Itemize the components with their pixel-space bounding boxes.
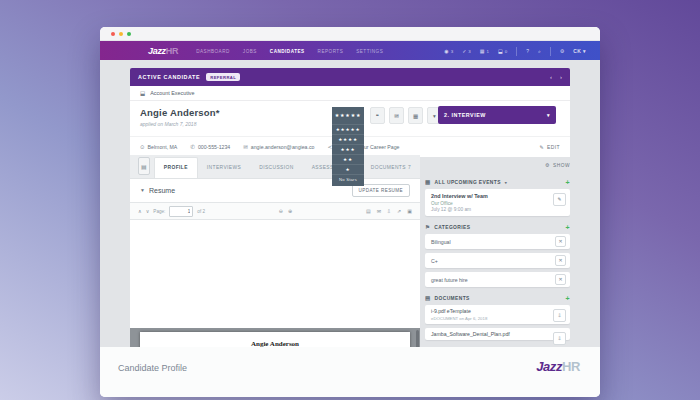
star-option-4[interactable]: ★★★★	[332, 134, 364, 144]
resume-heading[interactable]: ▼Resume	[140, 187, 175, 194]
edit-button[interactable]: ✎EDIT	[539, 144, 560, 150]
external-link-icon[interactable]: ⇗	[397, 208, 401, 214]
referral-badge: REFERRAL	[206, 73, 240, 81]
zoom-controls: ⊖ ⊕	[279, 208, 292, 214]
category-item: great future hire ✕	[425, 272, 570, 287]
nav-item-dashboard[interactable]: DASHBOARD	[196, 49, 230, 54]
nav-item-candidates[interactable]: CANDIDATES	[270, 49, 305, 54]
remove-category-button[interactable]: ✕	[555, 274, 566, 285]
star-option-3[interactable]: ★★★	[332, 144, 364, 154]
jazzhr-footer-logo: JazzHR	[536, 359, 580, 374]
download-icon[interactable]: ⇩	[387, 208, 391, 214]
maximize-window-button[interactable]	[127, 32, 131, 36]
tasks-counter[interactable]: ✓3	[462, 48, 471, 54]
star-option-none[interactable]: No Stars	[332, 174, 364, 184]
pencil-icon: ✎	[539, 144, 544, 150]
calendar-icon: ▦	[425, 179, 431, 185]
print-icon[interactable]: ▣	[407, 208, 412, 214]
zoom-out-icon[interactable]: ⊖	[279, 208, 283, 214]
star-option-1[interactable]: ★	[332, 164, 364, 174]
show-toggle[interactable]: ⚙ SHOW	[425, 155, 570, 175]
profile-summary-icon[interactable]: ▤	[138, 157, 150, 175]
user-menu[interactable]: CK ▾	[573, 48, 586, 54]
calendar-counter[interactable]: ▦1	[480, 48, 489, 54]
close-icon: ✕	[558, 277, 562, 282]
location-pin-icon: ⊙	[140, 144, 145, 150]
add-event-button[interactable]: +	[566, 179, 571, 186]
briefcase-icon: ⬓	[498, 48, 503, 54]
nav-item-jobs[interactable]: JOBS	[243, 49, 257, 54]
job-title[interactable]: Account Executive	[150, 90, 194, 96]
add-category-button[interactable]: +	[566, 224, 571, 231]
star-rating-button[interactable]: ★★★★★	[332, 107, 364, 123]
schedule-button[interactable]: ▦	[408, 107, 423, 124]
page-label: Page:	[153, 209, 165, 214]
events-title[interactable]: ALL UPCOMING EVENTS	[435, 180, 501, 185]
document-item[interactable]: Jamba_Software_Dental_Plan.pdf ⇩	[425, 328, 570, 340]
document-icon: ▤	[425, 295, 431, 301]
page-number-input[interactable]	[169, 206, 193, 217]
help-icon[interactable]: ?	[526, 48, 529, 54]
remove-category-button[interactable]: ✕	[555, 255, 566, 266]
edit-event-button[interactable]: ✎	[553, 193, 566, 206]
tab-interviews[interactable]: INTERVIEWS	[198, 158, 250, 178]
event-time: July 12 @ 9:00 am	[431, 207, 546, 212]
tab-documents[interactable]: DOCUMENTS7	[362, 158, 420, 178]
pdf-actions: ▤ ✉ ⇩ ⇗ ▣	[366, 208, 412, 214]
download-icon: ⇩	[557, 313, 561, 318]
add-document-button[interactable]: +	[566, 295, 571, 302]
categories-header: ⚑ CATEGORIES +	[425, 220, 570, 234]
star-rating-dropdown: ★★★★★ ★★★★ ★★★ ★★ ★ No Stars	[332, 123, 364, 186]
envelope-icon[interactable]: ✉	[377, 208, 381, 214]
page-down-icon[interactable]: ∨	[146, 208, 150, 214]
logo-jazz: Jazz	[148, 46, 166, 56]
download-document-button[interactable]: ⇩	[553, 332, 566, 345]
star-option-5[interactable]: ★★★★★	[332, 124, 364, 134]
minimize-window-button[interactable]	[119, 32, 123, 36]
close-window-button[interactable]	[111, 32, 115, 36]
applied-date: applied on March 7, 2018	[140, 121, 196, 127]
download-document-button[interactable]: ⇩	[553, 309, 566, 322]
email-button[interactable]: ✉	[389, 107, 404, 124]
comment-button[interactable]: ❝	[370, 107, 385, 124]
page-up-icon[interactable]: ∧	[138, 208, 142, 214]
search-icon[interactable]: ⌕	[538, 48, 541, 55]
nav-item-settings[interactable]: SETTINGS	[356, 49, 383, 54]
documents-header: ▤ DOCUMENTS +	[425, 291, 570, 305]
eye-icon: ◉	[444, 48, 448, 54]
event-card[interactable]: 2nd Interview w/ Team Our Office July 12…	[425, 189, 570, 216]
document-item[interactable]: i-9.pdf eTemplate eDOCUMENT on Apr 6, 20…	[425, 305, 570, 324]
zoom-in-icon[interactable]: ⊕	[288, 208, 292, 214]
calendar-icon: ▦	[413, 113, 418, 119]
pdf-scrollbar[interactable]	[416, 330, 419, 347]
pdf-toolbar: ∧ ∨ Page: of 2 ⊖ ⊕ ▤ ✉ ⇩ ⇗ ▣	[130, 202, 420, 220]
divider	[516, 47, 517, 56]
footer-caption: Candidate Profile	[118, 363, 187, 373]
next-candidate-icon[interactable]: ›	[560, 74, 562, 80]
profile-tabbar: ▤ PROFILE INTERVIEWS DISCUSSION ASSESSME…	[130, 155, 420, 179]
tab-profile[interactable]: PROFILE	[154, 157, 198, 178]
prev-candidate-icon[interactable]: ‹	[550, 74, 552, 80]
jobs-counter[interactable]: ⬓0	[498, 48, 507, 54]
gear-icon: ⚙	[545, 163, 550, 168]
category-item: Bilingual ✕	[425, 234, 570, 249]
star-option-2[interactable]: ★★	[332, 154, 364, 164]
remove-category-button[interactable]: ✕	[555, 236, 566, 247]
tab-discussion[interactable]: DISCUSSION	[250, 158, 302, 178]
tag-icon: ⚑	[425, 224, 430, 230]
resume-section-header: ▼Resume UPDATE RESUME	[130, 178, 420, 202]
gear-icon[interactable]: ⚙	[560, 48, 564, 54]
nav-item-reports[interactable]: REPORTS	[318, 49, 344, 54]
candidate-email[interactable]: ✉angie.anderson@angiea.co	[243, 144, 314, 150]
workflow-stage-button[interactable]: 2. INTERVIEW ▾	[438, 106, 556, 124]
document-icon[interactable]: ▤	[366, 208, 371, 214]
window-footer: Candidate Profile JazzHR	[100, 347, 600, 397]
resume-panel: ▼Resume UPDATE RESUME ∧ ∨ Page: of 2 ⊖ ⊕…	[130, 178, 420, 347]
check-icon: ✓	[462, 48, 466, 54]
candidate-location: ⊙Belmont, MA	[140, 144, 177, 150]
logo-jazz: Jazz	[536, 359, 562, 374]
views-counter[interactable]: ◉3	[444, 48, 453, 54]
jazzhr-logo[interactable]: JazzHR	[148, 46, 178, 56]
close-icon: ✕	[558, 258, 562, 263]
candidate-phone[interactable]: ✆000-555-1234	[190, 144, 230, 150]
